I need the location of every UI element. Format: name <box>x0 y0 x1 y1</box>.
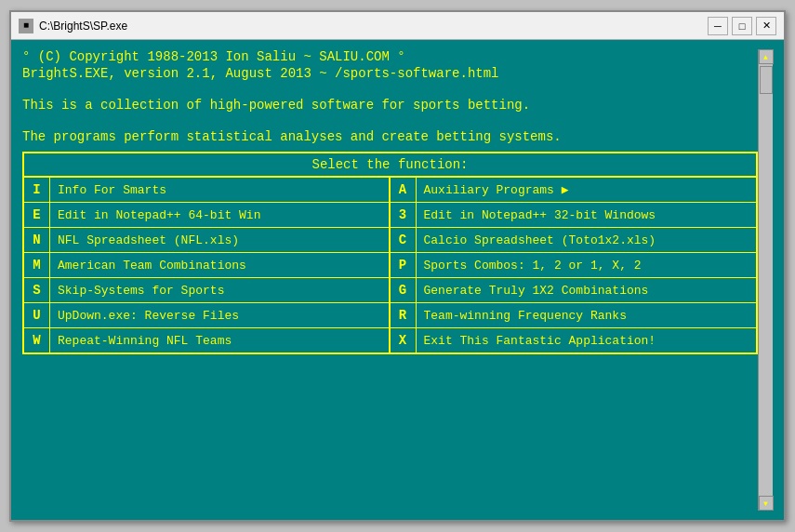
menu-left-row[interactable]: IInfo For Smarts <box>24 178 389 203</box>
menu-label: Generate Truly 1X2 Combinations <box>417 278 757 302</box>
menu-left-row[interactable]: MAmerican Team Combinations <box>24 253 389 278</box>
menu-label: Team-winning Frequency Ranks <box>417 303 757 327</box>
menu-key: X <box>391 328 417 352</box>
menu-key: 3 <box>391 203 417 227</box>
menu-label: Exit This Fantastic Application! <box>417 328 757 352</box>
title-bar: ■ C:\BrightS\SP.exe ─ □ ✕ <box>11 12 784 40</box>
scroll-up-arrow[interactable]: ▲ <box>759 49 774 64</box>
title-bar-left: ■ C:\BrightS\SP.exe <box>19 19 127 33</box>
menu-key: A <box>391 178 417 202</box>
scroll-down-arrow[interactable]: ▼ <box>759 496 774 511</box>
menu-left-column: IInfo For SmartsEEdit in Notepad++ 64-bi… <box>24 178 391 352</box>
menu-right-row[interactable]: XExit This Fantastic Application! <box>391 328 757 352</box>
menu-right-row[interactable]: CCalcio Spreadsheet (Toto1x2.xls) <box>391 228 757 253</box>
maximize-button[interactable]: □ <box>732 17 752 35</box>
menu-label: Skip-Systems for Sports <box>50 278 389 302</box>
title-bar-controls: ─ □ ✕ <box>708 17 776 35</box>
menu-label: Edit in Notepad++ 32-bit Windows <box>417 203 757 227</box>
menu-key: E <box>24 203 50 227</box>
info-text-2: The programs perform statistical analyse… <box>22 129 758 144</box>
minimize-button[interactable]: ─ <box>708 17 728 35</box>
console-content: ° (C) Copyright 1988-2013 Ion Saliu ~ SA… <box>22 49 758 511</box>
menu-label: UpDown.exe: Reverse Files <box>50 303 389 327</box>
menu-label: NFL Spreadsheet (NFL.xls) <box>50 228 389 252</box>
close-button[interactable]: ✕ <box>756 17 776 35</box>
scroll-thumb[interactable] <box>760 66 773 94</box>
menu-table: Select the function: IInfo For SmartsEEd… <box>22 152 758 354</box>
menu-key: R <box>391 303 417 327</box>
menu-right-row[interactable]: GGenerate Truly 1X2 Combinations <box>391 278 757 303</box>
menu-label: Calcio Spreadsheet (Toto1x2.xls) <box>417 228 757 252</box>
console-area: ° (C) Copyright 1988-2013 Ion Saliu ~ SA… <box>11 40 784 520</box>
menu-left-row[interactable]: SSkip-Systems for Sports <box>24 278 389 303</box>
menu-key: N <box>24 228 50 252</box>
menu-grid: IInfo For SmartsEEdit in Notepad++ 64-bi… <box>24 178 756 352</box>
menu-right-column: AAuxiliary Programs ▶3Edit in Notepad++ … <box>391 178 757 352</box>
menu-key: I <box>24 178 50 202</box>
window-title: C:\BrightS\SP.exe <box>39 20 127 33</box>
menu-right-row[interactable]: 3Edit in Notepad++ 32-bit Windows <box>391 203 757 228</box>
menu-key: S <box>24 278 50 302</box>
menu-right-row[interactable]: PSports Combos: 1, 2 or 1, X, 2 <box>391 253 757 278</box>
menu-key: M <box>24 253 50 277</box>
menu-label: Info For Smarts <box>50 178 389 202</box>
menu-header: Select the function: <box>24 153 756 178</box>
menu-key: C <box>391 228 417 252</box>
menu-left-row[interactable]: UUpDown.exe: Reverse Files <box>24 303 389 328</box>
menu-label: Edit in Notepad++ 64-bit Win <box>50 203 389 227</box>
menu-label: Sports Combos: 1, 2 or 1, X, 2 <box>417 253 757 277</box>
menu-right-row[interactable]: RTeam-winning Frequency Ranks <box>391 303 757 328</box>
scrollbar: ▲ ▼ <box>758 49 773 511</box>
header-line-2: BrightS.EXE, version 2.1, August 2013 ~ … <box>22 66 758 81</box>
menu-key: U <box>24 303 50 327</box>
window-icon: ■ <box>19 19 33 33</box>
menu-left-row[interactable]: NNFL Spreadsheet (NFL.xls) <box>24 228 389 253</box>
menu-label: Auxiliary Programs ▶ <box>417 178 757 202</box>
menu-key: P <box>391 253 417 277</box>
blank-2 <box>22 114 758 129</box>
menu-left-row[interactable]: EEdit in Notepad++ 64-bit Win <box>24 203 389 228</box>
main-window: ■ C:\BrightS\SP.exe ─ □ ✕ ° (C) Copyrigh… <box>9 10 786 522</box>
info-text-1: This is a collection of high-powered sof… <box>22 98 758 113</box>
menu-label: Repeat-Winning NFL Teams <box>50 328 389 352</box>
menu-key: W <box>24 328 50 352</box>
menu-left-row[interactable]: WRepeat-Winning NFL Teams <box>24 328 389 352</box>
menu-right-row[interactable]: AAuxiliary Programs ▶ <box>391 178 757 203</box>
menu-key: G <box>391 278 417 302</box>
blank-1 <box>22 83 758 98</box>
header-line-1: ° (C) Copyright 1988-2013 Ion Saliu ~ SA… <box>22 49 758 64</box>
menu-label: American Team Combinations <box>50 253 389 277</box>
